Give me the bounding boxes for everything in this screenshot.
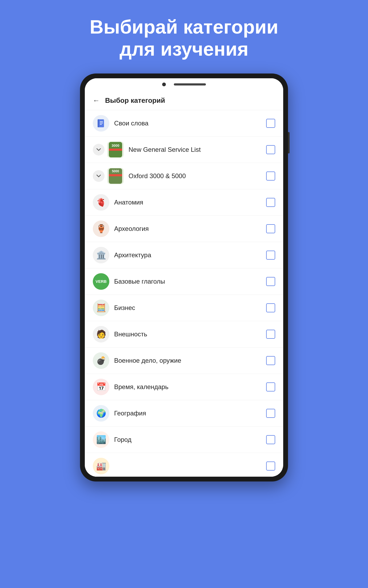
expand-group: 3000 xyxy=(93,141,124,158)
category-icon: 🏙️ xyxy=(93,431,109,448)
list-item[interactable]: 5000 Oxford 3000 & 5000 xyxy=(85,163,283,189)
category-icon: 🧑 xyxy=(93,326,109,342)
list-item[interactable]: 🫀 Анатомия xyxy=(85,189,283,216)
category-icon xyxy=(93,115,109,132)
phone-screen: ← Выбор категорий xyxy=(85,78,283,477)
list-item[interactable]: 🏛️ Архитектура xyxy=(85,242,283,268)
category-icon: 🧮 xyxy=(93,300,109,316)
expand-button[interactable] xyxy=(93,144,105,156)
category-checkbox[interactable] xyxy=(266,435,275,444)
chevron-down-icon xyxy=(97,175,101,177)
category-list: Свои слова 3000 xyxy=(85,110,283,477)
list-item[interactable]: 🏺 Археология xyxy=(85,216,283,242)
camera-dot xyxy=(162,83,166,86)
category-checkbox[interactable] xyxy=(266,145,275,154)
list-item[interactable]: 🧮 Бизнес xyxy=(85,295,283,321)
appearance-emoji: 🧑 xyxy=(96,329,106,339)
category-icon: 🏭 xyxy=(93,458,109,474)
category-checkbox[interactable] xyxy=(266,330,275,339)
category-checkbox[interactable] xyxy=(266,172,275,181)
book-ribbon xyxy=(109,149,122,151)
category-checkbox[interactable] xyxy=(266,119,275,128)
chevron-down-icon xyxy=(97,148,101,151)
category-name: Бизнес xyxy=(114,304,261,312)
category-icon: 🏛️ xyxy=(93,247,109,263)
book-5000-label: 5000 xyxy=(112,169,119,173)
category-icon: 📅 xyxy=(93,379,109,395)
category-checkbox[interactable] xyxy=(266,303,275,312)
category-name: Военное дело, оружие xyxy=(114,357,261,364)
military-emoji: 💣 xyxy=(96,356,106,365)
category-name: New General Service List xyxy=(129,146,261,153)
architecture-emoji: 🏛️ xyxy=(96,250,106,260)
category-name: Внешность xyxy=(114,330,261,338)
app-content: ← Выбор категорий xyxy=(85,89,283,477)
app-header: ← Выбор категорий xyxy=(85,89,283,110)
category-icon: 🌍 xyxy=(93,405,109,422)
category-icon: 🏺 xyxy=(93,220,109,237)
time-emoji: 📅 xyxy=(96,382,106,391)
list-item[interactable]: 🧑 Внешность xyxy=(85,321,283,348)
category-checkbox[interactable] xyxy=(266,409,275,418)
speaker-bar xyxy=(174,83,206,85)
category-name: Время, календарь xyxy=(114,383,261,391)
header-line1: Выбирай категории xyxy=(90,16,278,38)
geography-emoji: 🌍 xyxy=(96,409,106,418)
city-emoji: 🏙️ xyxy=(96,435,106,444)
category-name: Анатомия xyxy=(114,199,261,206)
notch-bar xyxy=(85,78,283,89)
category-checkbox[interactable] xyxy=(266,224,275,233)
category-name: Базовые глаголы xyxy=(114,278,261,285)
category-name: Город xyxy=(114,436,261,443)
category-name: Oxford 3000 & 5000 xyxy=(129,172,261,180)
business-emoji: 🧮 xyxy=(96,303,106,312)
category-checkbox[interactable] xyxy=(266,251,275,260)
book-ribbon xyxy=(109,174,122,176)
category-name: Архитектура xyxy=(114,251,261,259)
category-icon: 🫀 xyxy=(93,194,109,211)
anatomy-emoji: 🫀 xyxy=(96,198,106,207)
notebook-icon xyxy=(97,119,106,128)
verb-label: VERB xyxy=(95,279,107,284)
book-5000-badge: 5000 xyxy=(109,168,122,184)
book-3000-label: 3000 xyxy=(112,144,119,148)
expand-group: 5000 xyxy=(93,168,124,184)
list-item[interactable]: 3000 New General Service List xyxy=(85,137,283,163)
side-button xyxy=(288,132,290,153)
svg-rect-4 xyxy=(100,124,102,125)
list-item[interactable]: 🏙️ Город xyxy=(85,427,283,453)
expand-button[interactable] xyxy=(93,170,105,182)
list-item[interactable]: 🌍 География xyxy=(85,400,283,427)
svg-rect-1 xyxy=(98,119,99,127)
category-name: Археология xyxy=(114,225,261,232)
header-line2: для изучения xyxy=(119,38,248,60)
book-5000-icon: 5000 xyxy=(107,168,124,184)
book-3000-icon: 3000 xyxy=(107,141,124,158)
archaeology-emoji: 🏺 xyxy=(96,224,106,233)
list-item[interactable]: 💣 Военное дело, оружие xyxy=(85,348,283,374)
list-item[interactable]: VERB Базовые глаголы xyxy=(85,268,283,295)
list-item[interactable]: Свои слова xyxy=(85,110,283,137)
screen-title: Выбор категорий xyxy=(105,96,165,105)
category-name: География xyxy=(114,410,261,417)
category-icon: 💣 xyxy=(93,352,109,369)
phone-mockup: ← Выбор категорий xyxy=(80,74,288,481)
svg-rect-2 xyxy=(100,121,103,122)
category-checkbox[interactable] xyxy=(266,462,275,471)
category-checkbox[interactable] xyxy=(266,356,275,365)
svg-rect-3 xyxy=(100,123,103,123)
category-checkbox[interactable] xyxy=(266,277,275,286)
category-checkbox[interactable] xyxy=(266,198,275,207)
category-name: Свои слова xyxy=(114,120,261,127)
category-checkbox[interactable] xyxy=(266,382,275,391)
book-3000-badge: 3000 xyxy=(109,142,122,157)
page-header: Выбирай категории для изучения xyxy=(0,0,368,74)
list-item[interactable]: 🏭 xyxy=(85,453,283,477)
back-button[interactable]: ← xyxy=(93,96,100,105)
category-icon: VERB xyxy=(93,273,109,290)
extra-emoji: 🏭 xyxy=(96,461,106,471)
list-item[interactable]: 📅 Время, календарь xyxy=(85,374,283,400)
